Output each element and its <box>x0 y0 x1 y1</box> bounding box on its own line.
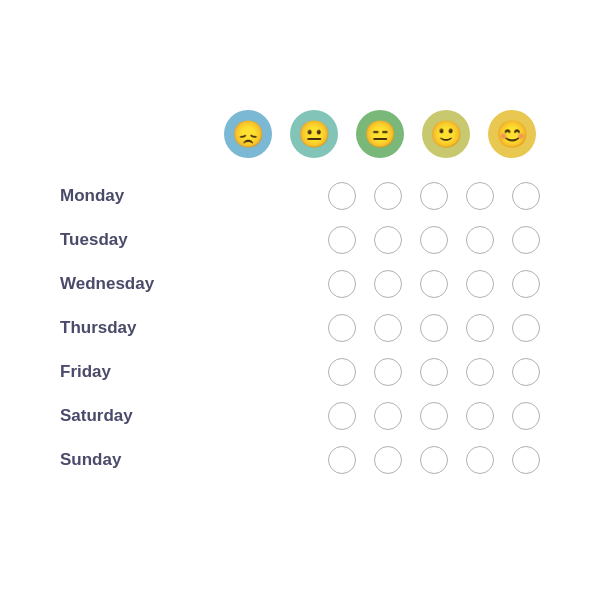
radio-friday-very-happy[interactable] <box>512 358 540 386</box>
mood-tracker: 😞😐😑🙂😊 MondayTuesdayWednesdayThursdayFrid… <box>60 110 540 490</box>
radio-monday-sad[interactable] <box>374 182 402 210</box>
radio-friday-happy[interactable] <box>466 358 494 386</box>
radio-saturday-very-sad[interactable] <box>328 402 356 430</box>
radio-saturday-very-happy[interactable] <box>512 402 540 430</box>
radio-monday-very-happy[interactable] <box>512 182 540 210</box>
radio-wednesday-very-sad[interactable] <box>328 270 356 298</box>
radio-thursday-very-happy[interactable] <box>512 314 540 342</box>
radio-saturday-neutral[interactable] <box>420 402 448 430</box>
radio-sunday-very-sad[interactable] <box>328 446 356 474</box>
row-sunday: Sunday <box>60 446 540 474</box>
emoji-sad: 😐 <box>290 110 338 158</box>
emoji-very-sad: 😞 <box>224 110 272 158</box>
radio-tuesday-neutral[interactable] <box>420 226 448 254</box>
radio-monday-neutral[interactable] <box>420 182 448 210</box>
radio-tuesday-very-sad[interactable] <box>328 226 356 254</box>
radio-thursday-sad[interactable] <box>374 314 402 342</box>
radio-tuesday-very-happy[interactable] <box>512 226 540 254</box>
radio-group-wednesday <box>190 270 540 298</box>
emoji-header: 😞😐😑🙂😊 <box>60 110 540 158</box>
radio-thursday-neutral[interactable] <box>420 314 448 342</box>
row-tuesday: Tuesday <box>60 226 540 254</box>
radio-thursday-happy[interactable] <box>466 314 494 342</box>
radio-sunday-happy[interactable] <box>466 446 494 474</box>
radio-tuesday-sad[interactable] <box>374 226 402 254</box>
radio-group-saturday <box>190 402 540 430</box>
emoji-happy: 🙂 <box>422 110 470 158</box>
radio-sunday-neutral[interactable] <box>420 446 448 474</box>
radio-monday-very-sad[interactable] <box>328 182 356 210</box>
row-monday: Monday <box>60 182 540 210</box>
row-thursday: Thursday <box>60 314 540 342</box>
label-sunday: Sunday <box>60 450 190 470</box>
radio-monday-happy[interactable] <box>466 182 494 210</box>
radio-wednesday-neutral[interactable] <box>420 270 448 298</box>
label-thursday: Thursday <box>60 318 190 338</box>
radio-wednesday-very-happy[interactable] <box>512 270 540 298</box>
radio-thursday-very-sad[interactable] <box>328 314 356 342</box>
row-saturday: Saturday <box>60 402 540 430</box>
radio-friday-very-sad[interactable] <box>328 358 356 386</box>
emoji-very-happy: 😊 <box>488 110 536 158</box>
radio-group-monday <box>190 182 540 210</box>
emoji-neutral: 😑 <box>356 110 404 158</box>
row-wednesday: Wednesday <box>60 270 540 298</box>
radio-friday-sad[interactable] <box>374 358 402 386</box>
label-saturday: Saturday <box>60 406 190 426</box>
label-tuesday: Tuesday <box>60 230 190 250</box>
radio-saturday-happy[interactable] <box>466 402 494 430</box>
label-friday: Friday <box>60 362 190 382</box>
radio-wednesday-happy[interactable] <box>466 270 494 298</box>
radio-group-sunday <box>190 446 540 474</box>
label-wednesday: Wednesday <box>60 274 190 294</box>
radio-group-thursday <box>190 314 540 342</box>
radio-tuesday-happy[interactable] <box>466 226 494 254</box>
label-monday: Monday <box>60 186 190 206</box>
radio-friday-neutral[interactable] <box>420 358 448 386</box>
radio-group-friday <box>190 358 540 386</box>
radio-saturday-sad[interactable] <box>374 402 402 430</box>
radio-wednesday-sad[interactable] <box>374 270 402 298</box>
row-friday: Friday <box>60 358 540 386</box>
radio-sunday-very-happy[interactable] <box>512 446 540 474</box>
radio-group-tuesday <box>190 226 540 254</box>
radio-sunday-sad[interactable] <box>374 446 402 474</box>
